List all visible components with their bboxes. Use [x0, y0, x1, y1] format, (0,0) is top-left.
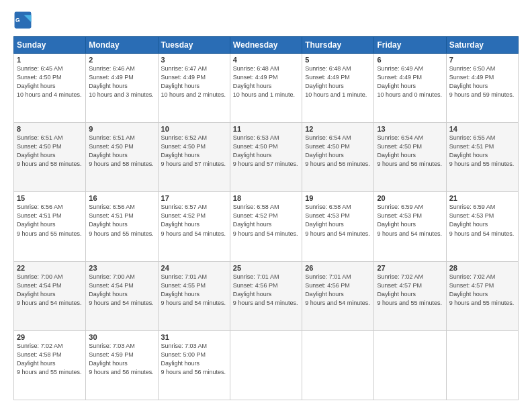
daylight-value: 9 hours and 54 minutes.	[305, 300, 370, 306]
weekday-header: Tuesday	[158, 37, 230, 54]
daylight-value: 9 hours and 54 minutes.	[305, 230, 370, 237]
daylight-label: Daylight hours	[17, 291, 56, 298]
sunset-label: Sunset: 4:49 PM	[161, 74, 206, 81]
sunset-label: Sunset: 4:58 PM	[17, 351, 62, 358]
day-number: 23	[89, 264, 154, 272]
day-info: Sunrise: 6:58 AM Sunset: 4:53 PM Dayligh…	[305, 203, 371, 238]
day-number: 4	[233, 56, 299, 64]
day-info: Sunrise: 6:59 AM Sunset: 4:53 PM Dayligh…	[377, 203, 443, 238]
day-info: Sunrise: 6:56 AM Sunset: 4:51 PM Dayligh…	[17, 203, 83, 238]
day-info: Sunrise: 6:54 AM Sunset: 4:50 PM Dayligh…	[305, 134, 371, 169]
calendar-cell	[374, 330, 446, 400]
sunrise-label: Sunrise: 6:59 AM	[377, 203, 423, 210]
daylight-value: 9 hours and 54 minutes.	[449, 230, 515, 237]
day-number: 19	[305, 194, 371, 202]
sunrise-label: Sunrise: 6:48 AM	[233, 65, 279, 72]
sunset-label: Sunset: 4:50 PM	[233, 143, 278, 150]
daylight-label: Daylight hours	[449, 83, 488, 89]
daylight-value: 9 hours and 54 minutes.	[233, 300, 298, 306]
calendar-table: SundayMondayTuesdayWednesdayThursdayFrid…	[13, 36, 519, 400]
sunset-label: Sunset: 4:52 PM	[233, 212, 278, 219]
daylight-label: Daylight hours	[305, 291, 344, 298]
day-info: Sunrise: 6:56 AM Sunset: 4:51 PM Dayligh…	[89, 203, 154, 238]
daylight-label: Daylight hours	[17, 221, 56, 228]
sunset-label: Sunset: 4:53 PM	[305, 212, 350, 219]
calendar-cell: 1 Sunrise: 6:45 AM Sunset: 4:50 PM Dayli…	[14, 54, 86, 123]
sunset-label: Sunset: 4:55 PM	[161, 282, 206, 289]
sunrise-label: Sunrise: 6:48 AM	[305, 65, 351, 72]
calendar-cell: 2 Sunrise: 6:46 AM Sunset: 4:49 PM Dayli…	[86, 54, 158, 123]
sunrise-label: Sunrise: 6:50 AM	[449, 65, 496, 72]
daylight-value: 9 hours and 56 minutes.	[377, 161, 442, 167]
daylight-value: 9 hours and 58 minutes.	[17, 161, 82, 167]
day-info: Sunrise: 7:01 AM Sunset: 4:56 PM Dayligh…	[305, 273, 371, 308]
calendar-cell: 8 Sunrise: 6:51 AM Sunset: 4:50 PM Dayli…	[14, 123, 86, 192]
sunset-label: Sunset: 4:54 PM	[17, 282, 62, 289]
calendar-cell: 31 Sunrise: 7:03 AM Sunset: 5:00 PM Dayl…	[158, 330, 230, 400]
daylight-value: 9 hours and 57 minutes.	[233, 161, 298, 167]
day-number: 27	[377, 264, 443, 272]
calendar-week-row: 22 Sunrise: 7:00 AM Sunset: 4:54 PM Dayl…	[14, 261, 519, 330]
calendar-cell: 18 Sunrise: 6:58 AM Sunset: 4:52 PM Dayl…	[230, 192, 302, 261]
daylight-label: Daylight hours	[161, 360, 200, 367]
daylight-label: Daylight hours	[305, 83, 344, 89]
daylight-value: 9 hours and 54 minutes.	[89, 300, 154, 306]
sunset-label: Sunset: 4:56 PM	[233, 282, 278, 289]
sunset-label: Sunset: 4:50 PM	[17, 143, 62, 150]
daylight-value: 10 hours and 4 minutes.	[17, 91, 82, 98]
calendar-cell: 13 Sunrise: 6:54 AM Sunset: 4:50 PM Dayl…	[374, 123, 446, 192]
day-number: 6	[377, 56, 443, 64]
daylight-value: 9 hours and 55 minutes.	[17, 230, 82, 237]
sunset-label: Sunset: 4:53 PM	[449, 212, 494, 219]
calendar-cell: 3 Sunrise: 6:47 AM Sunset: 4:49 PM Dayli…	[158, 54, 230, 123]
sunrise-label: Sunrise: 6:45 AM	[17, 65, 63, 72]
day-info: Sunrise: 6:57 AM Sunset: 4:52 PM Dayligh…	[161, 203, 227, 238]
daylight-value: 9 hours and 54 minutes.	[233, 230, 298, 237]
day-number: 5	[305, 56, 371, 64]
sunrise-label: Sunrise: 6:49 AM	[377, 65, 423, 72]
daylight-label: Daylight hours	[233, 221, 272, 228]
sunset-label: Sunset: 4:57 PM	[377, 282, 422, 289]
day-info: Sunrise: 6:52 AM Sunset: 4:50 PM Dayligh…	[161, 134, 227, 169]
logo: G	[13, 11, 35, 30]
day-info: Sunrise: 6:53 AM Sunset: 4:50 PM Dayligh…	[233, 134, 299, 169]
daylight-value: 9 hours and 56 minutes.	[305, 161, 370, 167]
calendar-cell: 22 Sunrise: 7:00 AM Sunset: 4:54 PM Dayl…	[14, 261, 86, 330]
day-info: Sunrise: 6:49 AM Sunset: 4:49 PM Dayligh…	[377, 64, 443, 99]
daylight-value: 10 hours and 1 minute.	[305, 91, 367, 98]
sunrise-label: Sunrise: 7:01 AM	[305, 273, 351, 280]
calendar-cell	[230, 330, 302, 400]
daylight-label: Daylight hours	[449, 221, 488, 228]
day-number: 22	[17, 264, 83, 272]
daylight-value: 9 hours and 57 minutes.	[161, 161, 226, 167]
sunset-label: Sunset: 4:49 PM	[305, 74, 350, 81]
sunset-label: Sunset: 4:59 PM	[89, 351, 134, 358]
svg-text:G: G	[15, 17, 20, 24]
daylight-label: Daylight hours	[89, 221, 128, 228]
sunrise-label: Sunrise: 6:58 AM	[233, 203, 279, 210]
sunrise-label: Sunrise: 6:46 AM	[89, 65, 135, 72]
day-info: Sunrise: 6:46 AM Sunset: 4:49 PM Dayligh…	[89, 64, 154, 99]
day-info: Sunrise: 7:00 AM Sunset: 4:54 PM Dayligh…	[89, 273, 154, 308]
daylight-label: Daylight hours	[89, 83, 128, 89]
daylight-value: 9 hours and 54 minutes.	[161, 230, 226, 237]
calendar-cell: 26 Sunrise: 7:01 AM Sunset: 4:56 PM Dayl…	[302, 261, 374, 330]
calendar-cell	[302, 330, 374, 400]
daylight-value: 10 hours and 0 minutes.	[377, 91, 442, 98]
day-info: Sunrise: 6:51 AM Sunset: 4:50 PM Dayligh…	[89, 134, 154, 169]
day-number: 14	[449, 125, 515, 133]
calendar-cell: 16 Sunrise: 6:56 AM Sunset: 4:51 PM Dayl…	[86, 192, 158, 261]
weekday-header: Monday	[86, 37, 158, 54]
day-info: Sunrise: 6:51 AM Sunset: 4:50 PM Dayligh…	[17, 134, 83, 169]
day-number: 21	[449, 194, 515, 202]
sunset-label: Sunset: 4:51 PM	[17, 212, 62, 219]
weekday-header: Thursday	[302, 37, 374, 54]
day-number: 13	[377, 125, 443, 133]
calendar-week-row: 29 Sunrise: 7:02 AM Sunset: 4:58 PM Dayl…	[14, 330, 519, 400]
calendar-week-row: 1 Sunrise: 6:45 AM Sunset: 4:50 PM Dayli…	[14, 54, 519, 123]
day-number: 24	[161, 264, 227, 272]
sunrise-label: Sunrise: 7:03 AM	[89, 342, 135, 349]
day-info: Sunrise: 7:03 AM Sunset: 5:00 PM Dayligh…	[161, 342, 227, 377]
day-number: 3	[161, 56, 227, 64]
calendar-cell: 6 Sunrise: 6:49 AM Sunset: 4:49 PM Dayli…	[374, 54, 446, 123]
